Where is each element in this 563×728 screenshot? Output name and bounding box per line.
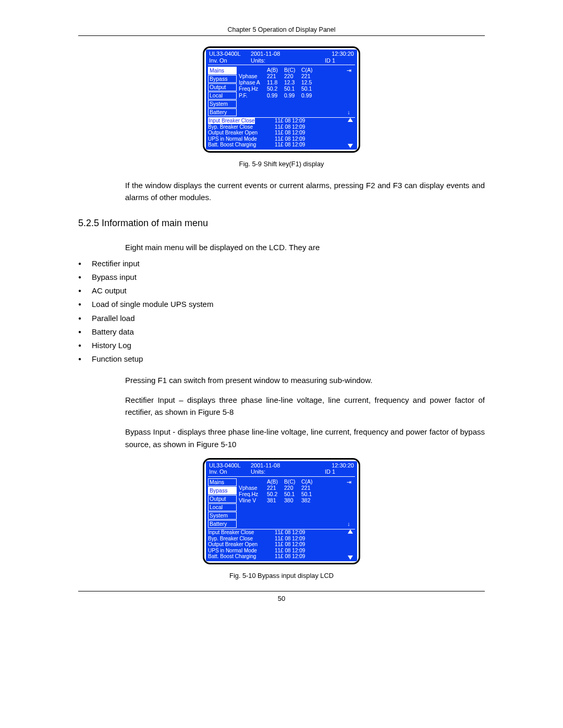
lcd-model: UL33-0400L [209,51,251,57]
lcd-date: 2001-11-08 [251,51,325,57]
col-c: C(A) [301,478,319,485]
paragraph: Eight main menu will be displayed on the… [125,241,485,253]
row-val: 50.2 [267,85,284,92]
chapter-header: Chapter 5 Operation of Display Panel [78,26,485,33]
row-label: Freq.Hz [239,491,267,497]
row-val: 221 [301,73,319,79]
event-label: UPS in Normal Mode [208,136,275,142]
lcd-id: ID 1 [325,468,354,475]
event-ts: 11£ 08 12:09 [275,130,311,136]
lcd-frame: UL33-0400L 2001-11-08 12:30:20 Inv. On U… [203,46,360,153]
menu-battery[interactable]: Battery [208,520,237,528]
lcd-header-1: UL33-0400L 2001-11-08 12:30:20 [206,461,357,469]
lcd-data: A(B) B(C) C(A) Vphase 221 220 221 Iphase… [237,67,344,116]
list-item: Bypass input [78,270,485,284]
event-ts: 11£ 08 12:09 [275,124,311,130]
row-val: 382 [301,497,319,503]
row-val: 381 [267,497,284,503]
event-label: Output Breaker Open [208,130,275,136]
row-label: Vline V [239,497,267,503]
lcd-menu: Mains Bypass Output Local System Battery [208,67,237,116]
list-item: Parallel load [78,312,485,325]
row-val: 380 [284,497,301,503]
lcd-units-label: Units: [251,468,325,475]
event-label: Input Breaker Close [208,529,275,536]
event-label: Byp. Breaker Close [208,124,275,130]
menu-mains[interactable]: Mains [208,478,237,486]
row-val: 12.5 [301,79,319,85]
row-val: 220 [284,73,301,79]
list-item: History Log [78,339,485,352]
lcd-frame: UL33-0400L 2001-11-08 12:30:20 Inv. On U… [203,458,360,564]
lcd-date: 2001-11-08 [251,462,325,469]
row-val: 0.99 [284,92,301,98]
menu-local[interactable]: Local [208,92,237,100]
event-list: Input Breaker Close 11£ 08 12:09 Byp. Br… [208,529,346,560]
lcd-header-2: Inv. On Units: ID 1 [206,57,357,65]
col-blank [239,478,267,485]
lcd-header-1: UL33-0400L 2001-11-08 12:30:20 [206,50,357,57]
scroll-down-icon[interactable] [348,556,353,560]
row-val: 50.2 [267,491,284,497]
menu-output[interactable]: Output [208,83,237,91]
menu-bypass[interactable]: Bypass [208,75,237,83]
row-val: 221 [267,73,284,79]
bottom-divider [78,591,485,591]
event-label: Output Breaker Open [208,541,275,548]
list-item: Rectifier input [78,257,485,270]
menu-system[interactable]: System [208,100,237,108]
lcd-data: A(B) B(C) C(A) Vphase 221 220 221 Freq.H… [237,478,344,528]
event-list: Input Breaker Close 11£ 08 12:09 Byp. Br… [208,118,346,148]
menu-mains[interactable]: Mains [208,67,237,75]
row-val: 0.99 [267,92,284,98]
row-val: 220 [284,485,301,491]
col-a: A(B) [267,67,284,73]
event-ts: 11£ 08 12:09 [275,548,311,554]
right-arrow-icon[interactable]: ⇥ [347,68,351,73]
lcd-header-2: Inv. On Units: ID 1 [206,468,357,476]
paragraph: Bypass Input - displays three phase line… [125,426,485,450]
section-heading: 5.2.5 Information of main menu [78,218,485,229]
menu-bypass[interactable]: Bypass [208,487,237,495]
menu-system[interactable]: System [208,512,237,520]
col-blank [239,67,267,73]
row-val: 50.1 [301,85,319,92]
menu-local[interactable]: Local [208,503,237,511]
lcd-time: 12:30:20 [325,462,354,469]
list-item: Battery data [78,325,485,339]
row-val: 50.1 [301,491,319,497]
row-label: Freq.Hz [239,85,267,92]
col-c: C(A) [301,67,319,73]
down-arrow-icon[interactable]: ↓ [347,521,350,527]
scroll-up-icon[interactable] [348,529,353,534]
row-val: 12.3 [284,79,301,85]
scroll-down-icon[interactable] [348,144,353,148]
event-ts: 11£ 08 12:09 [275,118,311,124]
row-val: 221 [301,485,319,491]
row-val: 221 [267,485,284,491]
figure-caption-2: Fig. 5-10 Bypass input display LCD [78,572,485,579]
list-item: Load of single module UPS system [78,298,485,311]
down-arrow-icon[interactable]: ↓ [347,109,350,115]
lcd-screen-2: UL33-0400L 2001-11-08 12:30:20 Inv. On U… [206,461,357,561]
lcd-status: Inv. On [209,468,251,475]
paragraph: Pressing F1 can switch from present wind… [125,374,485,386]
event-ts: 11£ 08 12:09 [275,536,311,542]
row-label: Vphase [239,485,267,491]
top-divider [78,35,485,36]
row-label: Iphase A [239,79,267,85]
event-label: UPS in Normal Mode [208,548,275,554]
row-val: 0.99 [301,92,319,98]
bullet-list: Rectifier input Bypass input AC output L… [78,257,485,366]
col-a: A(B) [267,478,284,485]
figure-caption-1: Fig. 5-9 Shift key(F1) display [78,160,485,168]
scroll-up-icon[interactable] [348,118,353,122]
list-item: AC output [78,284,485,298]
event-ts: 11£ 08 12:09 [275,142,311,148]
right-arrow-icon[interactable]: ⇥ [347,479,351,485]
lcd-units-label: Units: [251,57,325,64]
menu-battery[interactable]: Battery [208,108,237,116]
lcd-status: Inv. On [209,57,251,64]
menu-output[interactable]: Output [208,495,237,503]
event-ts: 11£ 08 12:09 [275,541,311,548]
